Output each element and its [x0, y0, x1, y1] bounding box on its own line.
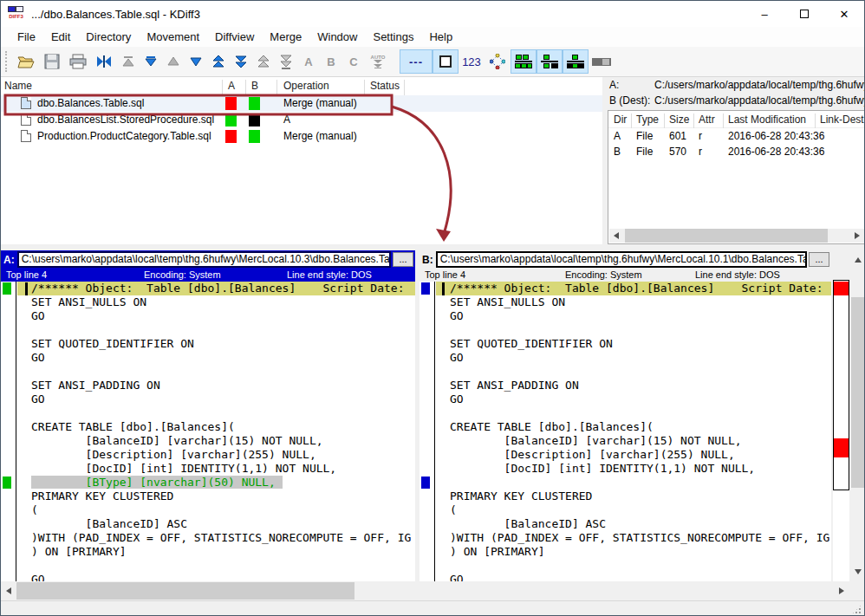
info-column-link-dest[interactable]: Link-Dest	[820, 113, 864, 126]
minimize-button[interactable]: –	[745, 1, 784, 27]
split-view-merge-button[interactable]	[563, 49, 589, 74]
operation-cell[interactable]: Merge (manual)	[283, 97, 357, 109]
vertical-scrollbar[interactable]	[850, 250, 865, 581]
info-scroll-thumb[interactable]	[625, 229, 828, 243]
vscroll-thumb[interactable]	[851, 297, 865, 488]
info-cell: r	[699, 130, 702, 142]
menu-movement[interactable]: Movement	[139, 29, 207, 45]
pane-a-body[interactable]: /****** Object: Table [dbo].[Balances] S…	[1, 282, 415, 581]
double-chevron-down-blue-icon	[235, 55, 247, 68]
info-column-size[interactable]: Size	[669, 113, 689, 126]
split-view-abc-button[interactable]	[511, 49, 537, 74]
reload-button[interactable]	[91, 49, 117, 74]
triangle-down-icon	[190, 56, 202, 67]
code-line: (	[436, 503, 831, 517]
code-line: SET ANSI_NULLS ON	[436, 295, 831, 309]
pane-a-path[interactable]: C:\users\marko\appdata\local\temp\thg.6h…	[17, 251, 391, 268]
info-panel-hscrollbar[interactable]	[609, 229, 864, 243]
column-operation[interactable]: Operation	[283, 80, 329, 92]
menu-edit[interactable]: Edit	[43, 29, 78, 45]
choose-a-button[interactable]: A	[297, 49, 320, 74]
menu-diffview[interactable]: Diffview	[207, 29, 262, 45]
file-row[interactable]: dbo.BalancesList.StoredProcedure.sqlA	[1, 112, 602, 128]
toolbar-grip[interactable]	[5, 51, 10, 72]
menu-help[interactable]: Help	[421, 29, 460, 45]
horizontal-splitter[interactable]	[1, 244, 865, 250]
pane-b-body[interactable]: /****** Object: Table [dbo].[Balances] S…	[419, 282, 831, 581]
title-bar: DIFF3 .../dbo.Balances.Table.sql - KDiff…	[1, 1, 864, 27]
prev-delta-button[interactable]	[162, 49, 185, 74]
pane-a-browse-button[interactable]: ...	[393, 252, 413, 267]
code-line: (	[17, 503, 415, 517]
pane-b-browse-button[interactable]: ...	[809, 252, 829, 267]
hscroll-thumb[interactable]	[16, 582, 354, 600]
show-whitespace-button[interactable]: ---	[400, 49, 432, 74]
open-button[interactable]	[13, 49, 39, 74]
show-whitespace-chars-button[interactable]	[432, 49, 459, 74]
prev-conflict-button[interactable]	[207, 49, 230, 74]
show-line-numbers-button[interactable]: 123	[459, 49, 485, 74]
dashes-icon: ---	[409, 55, 423, 68]
resize-grip[interactable]	[851, 604, 862, 615]
diff-overview-column[interactable]	[833, 280, 849, 581]
menu-window[interactable]: Window	[309, 29, 365, 45]
goto-last-delta-button[interactable]	[140, 49, 162, 74]
info-column-dir[interactable]: Dir	[614, 113, 627, 126]
file-row[interactable]: dbo.Balances.Table.sqlMerge (manual)	[1, 95, 602, 112]
pane-b-label: B:	[422, 254, 433, 266]
horizontal-scrollbar[interactable]	[1, 581, 849, 600]
next-conflict-button[interactable]	[230, 49, 252, 74]
close-button[interactable]: ✕	[824, 1, 864, 27]
diff-pane-a: A: C:\users\marko\appdata\local\temp\thg…	[1, 250, 415, 581]
menu-settings[interactable]: Settings	[365, 29, 421, 45]
next-unsolved-button[interactable]	[275, 49, 297, 74]
app-icon: DIFF3	[8, 5, 25, 23]
code-line: SET ANSI_PADDING ON	[17, 379, 415, 392]
choose-c-button[interactable]: C	[342, 49, 365, 74]
menu-directory[interactable]: Directory	[78, 29, 139, 45]
pane-b-info-line: Top line 4 Encoding: System Line end sty…	[419, 269, 831, 282]
file-name: dbo.Balances.Table.sql	[37, 97, 144, 109]
info-cell: 2016-06-28 20:43:36	[728, 146, 824, 158]
diagram-button[interactable]	[485, 49, 511, 74]
triangle-up-bar-icon	[122, 55, 134, 68]
window-mode-button[interactable]	[589, 49, 615, 74]
panel-splitter[interactable]	[602, 77, 606, 244]
code-line: SET ANSI_PADDING ON	[436, 379, 831, 392]
status-bar	[1, 600, 864, 616]
column-a[interactable]: A	[228, 80, 235, 92]
next-delta-button[interactable]	[185, 49, 207, 74]
split-view-ab-button[interactable]	[537, 49, 563, 74]
file-row[interactable]: Production.ProductCategory.Table.sqlMerg…	[1, 128, 602, 145]
menu-file[interactable]: File	[10, 29, 43, 45]
menu-merge[interactable]: Merge	[262, 29, 309, 45]
code-line: [DocID] [int] IDENTITY(1,1) NOT NULL,	[436, 462, 831, 476]
choose-b-button[interactable]: B	[320, 49, 342, 74]
save-button[interactable]	[39, 49, 65, 74]
column-b[interactable]: B	[251, 80, 258, 92]
column-name[interactable]: Name	[4, 80, 32, 92]
code-line: ) ON [PRIMARY]	[436, 545, 831, 559]
code-line: CREATE TABLE [dbo].[Balances](	[436, 420, 831, 434]
info-column-last modification[interactable]: Last Modification	[728, 113, 806, 126]
printer-icon	[69, 54, 87, 69]
operation-cell[interactable]: Merge (manual)	[283, 130, 357, 142]
kdiff3-window: DIFF3 .../dbo.Balances.Table.sql - KDiff…	[0, 0, 865, 616]
prev-unsolved-button[interactable]	[252, 49, 275, 74]
info-row: BFile570r2016-06-28 20:43:36	[608, 144, 865, 159]
operation-cell[interactable]: A	[283, 113, 290, 126]
goto-first-delta-button[interactable]	[117, 49, 140, 74]
a-status-square	[225, 113, 237, 126]
info-b-path: C:/users/marko/appdata/local/temp/thg.6h…	[654, 94, 864, 107]
file-list-header: Name A B Operation Status	[1, 77, 602, 95]
print-button[interactable]	[65, 49, 91, 74]
auto-advance-button[interactable]: AUTO	[365, 49, 391, 74]
column-status[interactable]: Status	[370, 80, 400, 92]
maximize-button[interactable]	[784, 1, 824, 27]
diamond-nodes-icon	[490, 54, 505, 69]
letter-a-icon: A	[304, 55, 312, 68]
info-column-attr[interactable]: Attr	[699, 113, 715, 126]
info-column-type[interactable]: Type	[636, 113, 659, 126]
info-cell: A	[614, 130, 621, 142]
pane-b-path[interactable]: C:\users\marko\appdata\local\temp\thg.6h…	[436, 251, 807, 268]
